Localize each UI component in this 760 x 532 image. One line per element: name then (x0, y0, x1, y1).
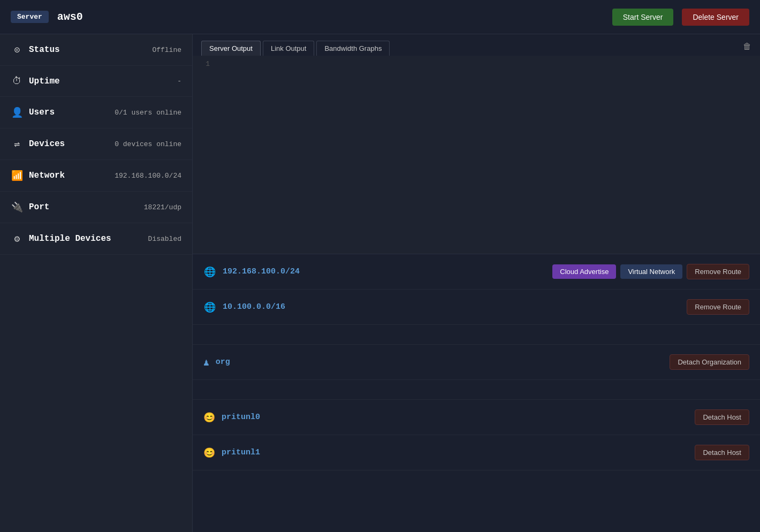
output-body: 1 (193, 56, 760, 254)
users-value: 0/1 users online (115, 109, 181, 117)
uptime-icon: ⏱ (11, 75, 24, 87)
sidebar-item-uptime[interactable]: ⏱ Uptime - (0, 66, 192, 97)
route-1-actions: Cloud Advertise Virtual Network Remove R… (552, 264, 749, 279)
sidebar-item-network[interactable]: 📶 Network 192.168.100.0/24 (0, 160, 192, 192)
delete-server-button[interactable]: Delete Server (682, 9, 749, 26)
route-name-1: 192.168.100.0/24 (223, 267, 546, 276)
tab-link-output[interactable]: Link Output (263, 41, 315, 56)
users-label: Users (29, 108, 109, 117)
sidebar-item-devices[interactable]: ⇌ Devices 0 devices online (0, 128, 192, 160)
sidebar-item-multiple-devices[interactable]: ⚙ Multiple Devices Disabled (0, 223, 192, 255)
route-row-2: 🌐 10.100.0.0/16 Remove Route (193, 290, 760, 325)
output-panel: Server Output Link Output Bandwidth Grap… (193, 34, 760, 254)
sidebar-item-users[interactable]: 👤 Users 0/1 users online (0, 97, 192, 128)
port-value: 18221/udp (144, 203, 181, 211)
devices-icon: ⇌ (11, 138, 24, 150)
org-row: ♟ org Detach Organization (193, 345, 760, 380)
main-layout: ⊙ Status Offline ⏱ Uptime - 👤 Users 0/1 … (0, 34, 760, 532)
uptime-value: - (177, 77, 181, 85)
line-numbers: 1 (199, 60, 210, 249)
content-area: Server Output Link Output Bandwidth Grap… (193, 34, 760, 532)
host-row-1: 😊 pritunl1 Detach Host (193, 435, 760, 470)
host-1-icon: 😊 (203, 447, 215, 459)
tab-server-output[interactable]: Server Output (201, 41, 261, 56)
route-row-1: 🌐 192.168.100.0/24 Cloud Advertise Virtu… (193, 254, 760, 290)
sidebar-item-status[interactable]: ⊙ Status Offline (0, 34, 192, 66)
spacer-row-2 (193, 380, 760, 400)
detach-org-button[interactable]: Detach Organization (670, 354, 749, 370)
host-row-0: 😊 pritunl0 Detach Host (193, 400, 760, 435)
output-text (216, 60, 754, 249)
route-name-2: 10.100.0.0/16 (223, 302, 680, 311)
topbar: Server aws0 Start Server Delete Server (0, 0, 760, 34)
network-value: 192.168.100.0/24 (115, 172, 181, 180)
remove-route-button-1[interactable]: Remove Route (687, 264, 749, 279)
tab-bandwidth-graphs[interactable]: Bandwidth Graphs (316, 41, 390, 56)
clear-output-icon[interactable]: 🗑 (743, 42, 751, 55)
host-0-name: pritunl0 (222, 413, 688, 422)
cloud-advertise-button-1[interactable]: Cloud Advertise (552, 264, 616, 279)
route-2-actions: Remove Route (687, 299, 749, 315)
host-0-actions: Detach Host (695, 409, 749, 425)
port-icon: 🔌 (11, 201, 24, 213)
virtual-network-button-1[interactable]: Virtual Network (620, 264, 682, 279)
sidebar-item-port[interactable]: 🔌 Port 18221/udp (0, 192, 192, 223)
multiple-devices-value: Disabled (148, 235, 181, 243)
host-1-actions: Detach Host (695, 445, 749, 460)
network-icon: 📶 (11, 170, 24, 181)
host-0-icon: 😊 (203, 412, 215, 423)
port-label: Port (29, 202, 139, 212)
status-value: Offline (152, 46, 181, 54)
spacer-row (193, 325, 760, 345)
server-label: Server (11, 11, 49, 23)
uptime-label: Uptime (29, 77, 172, 86)
line-number-1: 1 (199, 60, 210, 68)
multiple-devices-label: Multiple Devices (29, 234, 143, 244)
devices-value: 0 devices online (115, 140, 181, 148)
globe-icon-1: 🌐 (203, 266, 216, 278)
status-label: Status (29, 45, 147, 55)
globe-icon-2: 🌐 (203, 301, 216, 313)
detach-host-1-button[interactable]: Detach Host (695, 445, 749, 460)
output-tabs: Server Output Link Output Bandwidth Grap… (193, 34, 760, 56)
devices-label: Devices (29, 139, 109, 149)
routes-section: 🌐 192.168.100.0/24 Cloud Advertise Virtu… (193, 254, 760, 532)
users-icon: 👤 (11, 107, 24, 118)
remove-route-button-2[interactable]: Remove Route (687, 299, 749, 315)
server-name: aws0 (57, 11, 604, 23)
status-icon: ⊙ (11, 44, 24, 56)
org-name: org (216, 358, 664, 367)
multiple-devices-icon: ⚙ (11, 233, 24, 245)
sidebar: ⊙ Status Offline ⏱ Uptime - 👤 Users 0/1 … (0, 34, 193, 532)
network-label: Network (29, 171, 109, 180)
detach-host-0-button[interactable]: Detach Host (695, 409, 749, 425)
host-1-name: pritunl1 (222, 448, 688, 457)
org-actions: Detach Organization (670, 354, 749, 370)
start-server-button[interactable]: Start Server (612, 9, 674, 26)
chess-icon: ♟ (203, 356, 209, 368)
